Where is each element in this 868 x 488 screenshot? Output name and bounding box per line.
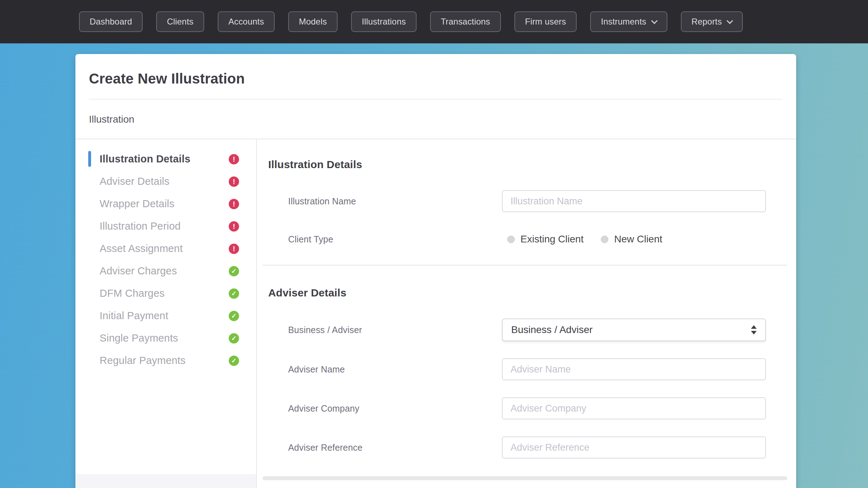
existing-client-radio-label: Existing Client	[520, 234, 583, 245]
select-arrows-icon	[751, 325, 757, 334]
error-status-icon: !	[229, 199, 239, 209]
breadcrumb-row: Illustration	[75, 100, 796, 139]
error-status-icon: !	[229, 243, 239, 254]
field-row-client-type: Client Type Existing Client New Client	[288, 234, 787, 245]
adviser-company-label: Adviser Company	[288, 403, 502, 414]
sidebar-item-asset-assignment[interactable]: Asset Assignment !	[75, 237, 256, 260]
adviser-company-input[interactable]	[502, 397, 766, 419]
illustration-name-label: Illustration Name	[288, 196, 502, 207]
illustration-name-input[interactable]	[502, 190, 766, 212]
nav-dashboard-button[interactable]: Dashboard	[79, 11, 143, 32]
adviser-name-input[interactable]	[502, 358, 766, 380]
sidebar-item-illustration-details[interactable]: Illustration Details !	[75, 148, 256, 170]
nav-illustrations-label: Illustrations	[362, 17, 406, 27]
error-status-icon: !	[229, 154, 239, 164]
sidebar-item-wrapper-details[interactable]: Wrapper Details !	[75, 193, 256, 215]
card-body: Illustration Details ! Adviser Details !…	[75, 139, 796, 488]
screen: Dashboard Clients Accounts Models Illust…	[0, 0, 868, 488]
wizard-sidebar-column: Illustration Details ! Adviser Details !…	[75, 139, 256, 488]
nav-transactions-label: Transactions	[441, 17, 490, 27]
nav-clients-button[interactable]: Clients	[156, 11, 204, 32]
nav-illustrations-button[interactable]: Illustrations	[351, 11, 417, 32]
sidebar-item-label: Illustration Period	[100, 220, 181, 232]
wizard-step-list: Illustration Details ! Adviser Details !…	[75, 139, 256, 474]
section-heading-adviser-details: Adviser Details	[268, 286, 796, 299]
sidebar-item-initial-payment[interactable]: Initial Payment ✓	[75, 305, 256, 327]
nav-reports-button[interactable]: Reports	[681, 11, 743, 32]
field-row-adviser-name: Adviser Name	[288, 358, 787, 380]
sidebar-item-adviser-details[interactable]: Adviser Details !	[75, 170, 256, 193]
card-header: Create New Illustration	[75, 54, 796, 89]
business-adviser-select[interactable]: Business / Adviser	[502, 318, 766, 341]
existing-client-radio[interactable]: Existing Client	[507, 234, 583, 245]
new-client-radio[interactable]: New Client	[601, 234, 662, 245]
nav-models-button[interactable]: Models	[288, 11, 338, 32]
field-row-adviser-reference: Adviser Reference	[288, 436, 787, 458]
breadcrumb-illustration-tab[interactable]: Illustration	[89, 114, 134, 125]
nav-clients-label: Clients	[167, 17, 194, 27]
sidebar-item-adviser-charges[interactable]: Adviser Charges ✓	[75, 260, 256, 282]
sidebar-item-label: Asset Assignment	[100, 243, 183, 254]
field-row-adviser-company: Adviser Company	[288, 397, 787, 419]
nav-dashboard-label: Dashboard	[90, 17, 132, 27]
section-heading-illustration-details: Illustration Details	[268, 158, 796, 171]
nav-reports-label: Reports	[692, 17, 722, 27]
section-divider	[263, 265, 787, 266]
sidebar-item-regular-payments[interactable]: Regular Payments ✓	[75, 349, 256, 372]
sidebar-item-dfm-charges[interactable]: DFM Charges ✓	[75, 282, 256, 305]
success-status-icon: ✓	[229, 288, 239, 299]
nav-instruments-label: Instruments	[601, 17, 646, 27]
success-status-icon: ✓	[229, 333, 239, 343]
sidebar-item-label: Adviser Details	[100, 176, 169, 187]
sidebar-item-label: Single Payments	[100, 332, 178, 344]
illustration-form: Illustration Details Illustration Name C…	[256, 139, 796, 488]
active-step-indicator	[88, 151, 91, 167]
success-status-icon: ✓	[229, 266, 239, 276]
radio-button-icon	[601, 236, 608, 243]
sidebar-item-illustration-period[interactable]: Illustration Period !	[75, 215, 256, 237]
business-adviser-label: Business / Adviser	[288, 325, 502, 335]
nav-firm-users-button[interactable]: Firm users	[514, 11, 577, 32]
create-illustration-card: Create New Illustration Illustration Ill…	[75, 54, 796, 488]
nav-models-label: Models	[299, 17, 327, 27]
sidebar-item-label: Wrapper Details	[100, 198, 174, 210]
sidebar-item-label: DFM Charges	[100, 288, 165, 299]
chevron-down-icon	[726, 17, 733, 24]
error-status-icon: !	[229, 176, 239, 187]
nav-instruments-button[interactable]: Instruments	[590, 11, 667, 32]
page-title: Create New Illustration	[89, 68, 783, 89]
error-status-icon: !	[229, 221, 239, 231]
success-status-icon: ✓	[229, 355, 239, 366]
bottom-section-divider	[263, 476, 787, 480]
radio-button-icon	[507, 236, 515, 243]
nav-firm-users-label: Firm users	[525, 17, 566, 27]
client-type-label: Client Type	[288, 234, 502, 245]
success-status-icon: ✓	[229, 311, 239, 321]
top-nav-bar: Dashboard Clients Accounts Models Illust…	[0, 0, 868, 43]
adviser-reference-input[interactable]	[502, 436, 766, 458]
nav-accounts-button[interactable]: Accounts	[218, 11, 275, 32]
nav-accounts-label: Accounts	[228, 17, 264, 27]
sidebar-item-label: Illustration Details	[100, 153, 190, 165]
sidebar-item-label: Regular Payments	[100, 355, 186, 366]
sidebar-item-label: Initial Payment	[100, 310, 168, 322]
chevron-down-icon	[651, 17, 657, 24]
adviser-reference-label: Adviser Reference	[288, 443, 502, 453]
sidebar-item-single-payments[interactable]: Single Payments ✓	[75, 327, 256, 349]
business-adviser-select-value: Business / Adviser	[511, 324, 593, 336]
nav-transactions-button[interactable]: Transactions	[430, 11, 501, 32]
adviser-name-label: Adviser Name	[288, 364, 502, 375]
field-row-business-adviser: Business / Adviser Business / Adviser	[288, 318, 787, 341]
client-type-radio-group: Existing Client New Client	[502, 234, 766, 245]
new-client-radio-label: New Client	[614, 234, 662, 245]
field-row-illustration-name: Illustration Name	[288, 190, 787, 212]
sidebar-item-label: Adviser Charges	[100, 265, 177, 277]
